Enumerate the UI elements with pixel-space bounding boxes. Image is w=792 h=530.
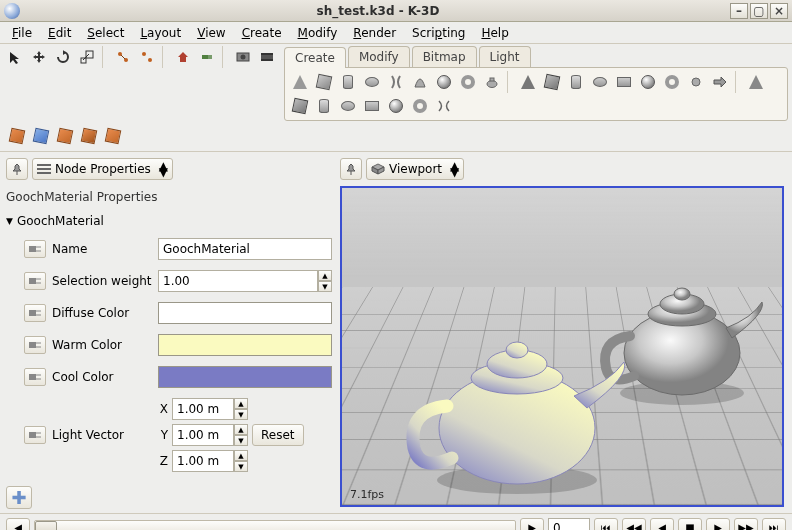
prim-teapot-icon[interactable]: [481, 71, 503, 93]
swatch-warm[interactable]: [158, 334, 332, 356]
frame-input[interactable]: [548, 518, 590, 531]
node-collapse-toggle[interactable]: ▼ GoochMaterial: [6, 214, 332, 228]
maximize-button[interactable]: ▢: [750, 3, 768, 19]
select-tool-icon[interactable]: [4, 46, 26, 68]
poly-disk-icon[interactable]: [589, 71, 611, 93]
swatch-diffuse[interactable]: [158, 302, 332, 324]
menu-modify[interactable]: Modify: [290, 24, 346, 42]
menu-scripting[interactable]: Scripting: [404, 24, 473, 42]
nurbs-cone-icon[interactable]: [745, 71, 767, 93]
pin-right-icon[interactable]: [340, 158, 362, 180]
input-name[interactable]: [158, 238, 332, 260]
prim-paraboloid-icon[interactable]: [409, 71, 431, 93]
menu-select[interactable]: Select: [79, 24, 132, 42]
poly-cylinder-icon[interactable]: [565, 71, 587, 93]
prim-disk-icon[interactable]: [361, 71, 383, 93]
plug-diffuse[interactable]: [24, 304, 46, 322]
selwt-up[interactable]: ▲: [318, 270, 332, 281]
poly-sphere-icon[interactable]: [637, 71, 659, 93]
viewport-selector[interactable]: Viewport ▲▼: [366, 158, 464, 180]
timeline-track[interactable]: [34, 520, 516, 531]
plug-warm[interactable]: [24, 336, 46, 354]
lvx-up[interactable]: ▲: [234, 398, 248, 409]
plug-tool-icon[interactable]: [196, 46, 218, 68]
menu-render[interactable]: Render: [345, 24, 404, 42]
nurbs-torus-icon[interactable]: [409, 95, 431, 117]
tab-create[interactable]: Create: [284, 47, 346, 68]
menu-create[interactable]: Create: [234, 24, 290, 42]
add-property-button[interactable]: ✚: [6, 486, 32, 509]
prim-hyperboloid-icon[interactable]: [385, 71, 407, 93]
selwt-down[interactable]: ▼: [318, 281, 332, 292]
sel-poly-icon[interactable]: [102, 125, 124, 147]
scale-tool-icon[interactable]: [76, 46, 98, 68]
prim-cone-icon[interactable]: [289, 71, 311, 93]
menu-view[interactable]: View: [189, 24, 233, 42]
plug-name[interactable]: [24, 240, 46, 258]
poly-capsule-icon[interactable]: [685, 71, 707, 93]
menu-file[interactable]: File: [4, 24, 40, 42]
prim-torus-icon[interactable]: [457, 71, 479, 93]
pin-left-icon[interactable]: [6, 158, 28, 180]
goto-start-icon[interactable]: ⏮: [594, 518, 618, 531]
menu-edit[interactable]: Edit: [40, 24, 79, 42]
sel-edge-icon[interactable]: [54, 125, 76, 147]
play-back-icon[interactable]: ◀: [650, 518, 674, 531]
input-lightvec-y[interactable]: [172, 424, 234, 446]
poly-arrow-icon[interactable]: [709, 71, 731, 93]
home-tool-icon[interactable]: [172, 46, 194, 68]
play-icon[interactable]: ▶: [706, 518, 730, 531]
input-lightvec-z[interactable]: [172, 450, 234, 472]
prim-sphere-icon[interactable]: [433, 71, 455, 93]
poly-cube-icon[interactable]: [541, 71, 563, 93]
close-button[interactable]: ×: [770, 3, 788, 19]
prim-cube-icon[interactable]: [313, 71, 335, 93]
move-tool-icon[interactable]: [28, 46, 50, 68]
plug-selwt[interactable]: [24, 272, 46, 290]
track-right-icon[interactable]: ▶: [520, 518, 544, 531]
swatch-cool[interactable]: [158, 366, 332, 388]
nurbs-cylinder-icon[interactable]: [313, 95, 335, 117]
nurbs-disk-icon[interactable]: [337, 95, 359, 117]
lvy-dn[interactable]: ▼: [234, 435, 248, 446]
menu-help[interactable]: Help: [473, 24, 516, 42]
input-selwt[interactable]: [158, 270, 318, 292]
plug-cool[interactable]: [24, 368, 46, 386]
input-lightvec-x[interactable]: [172, 398, 234, 420]
poly-plane-icon[interactable]: [613, 71, 635, 93]
menu-layout[interactable]: Layout: [132, 24, 189, 42]
lvz-up[interactable]: ▲: [234, 450, 248, 461]
reset-button[interactable]: Reset: [252, 424, 304, 446]
nurbs-sphere-icon[interactable]: [385, 95, 407, 117]
minimize-button[interactable]: –: [730, 3, 748, 19]
poly-cone-icon[interactable]: [517, 71, 539, 93]
goto-end-icon[interactable]: ⏭: [762, 518, 786, 531]
tab-modify[interactable]: Modify: [348, 46, 410, 67]
sel-vertex-icon[interactable]: [30, 125, 52, 147]
timeline-handle[interactable]: [35, 521, 57, 531]
tab-light[interactable]: Light: [479, 46, 531, 67]
prim-cylinder-icon[interactable]: [337, 71, 359, 93]
stop-icon[interactable]: ■: [678, 518, 702, 531]
nurbs-hyper-icon[interactable]: [433, 95, 455, 117]
render-anim-icon[interactable]: [256, 46, 278, 68]
step-fwd-icon[interactable]: ▶▶: [734, 518, 758, 531]
viewport-3d[interactable]: 7.1fps: [340, 186, 784, 507]
sel-face-icon[interactable]: [78, 125, 100, 147]
track-left-icon[interactable]: ◀: [6, 518, 30, 531]
nurbs-cube-icon[interactable]: [289, 95, 311, 117]
poly-torus-icon[interactable]: [661, 71, 683, 93]
render-frame-icon[interactable]: [232, 46, 254, 68]
lvx-dn[interactable]: ▼: [234, 409, 248, 420]
tab-bitmap[interactable]: Bitmap: [412, 46, 477, 67]
lvz-dn[interactable]: ▼: [234, 461, 248, 472]
nurbs-plane-icon[interactable]: [361, 95, 383, 117]
sel-object-icon[interactable]: [6, 125, 28, 147]
step-back-icon[interactable]: ◀◀: [622, 518, 646, 531]
panel-type-selector[interactable]: Node Properties ▲▼: [32, 158, 173, 180]
unparent-tool-icon[interactable]: [136, 46, 158, 68]
plug-lightvec[interactable]: [24, 426, 46, 444]
lvy-up[interactable]: ▲: [234, 424, 248, 435]
rotate-tool-icon[interactable]: [52, 46, 74, 68]
parent-tool-icon[interactable]: [112, 46, 134, 68]
